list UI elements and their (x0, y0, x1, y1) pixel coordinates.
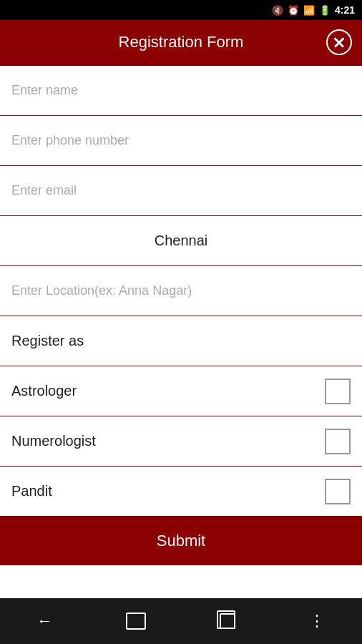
close-button[interactable] (326, 29, 352, 55)
register-as-label: Register as (11, 333, 84, 349)
submit-button[interactable]: Submit (0, 517, 362, 565)
battery-icon: 🔋 (319, 5, 331, 16)
location-input[interactable] (11, 283, 351, 298)
pandit-checkbox[interactable] (325, 479, 351, 504)
page-title: Registration Form (119, 33, 244, 52)
back-button[interactable]: ← (36, 612, 52, 630)
registration-form: Chennai Register as Astrologer Numerolog… (0, 64, 362, 598)
astrologer-row: Astrologer (0, 366, 362, 416)
numerologist-row: Numerologist (0, 416, 362, 467)
phone-input[interactable] (11, 133, 351, 148)
pandit-row: Pandit (0, 467, 362, 517)
location-field-row (0, 266, 362, 316)
city-display-row: Chennai (0, 216, 362, 266)
numerologist-label: Numerologist (11, 433, 325, 449)
more-button[interactable]: ⋮ (309, 612, 326, 630)
signal-icon: 📶 (303, 5, 315, 16)
city-value: Chennai (155, 233, 208, 249)
email-input[interactable] (11, 183, 351, 198)
nav-bar: ← ⋮ (0, 598, 362, 644)
phone-field-row (0, 116, 362, 166)
name-field-row (0, 66, 362, 116)
register-as-row: Register as (0, 316, 362, 366)
status-bar: 🔇 ⏰ 📶 🔋 4:21 (0, 0, 362, 20)
email-field-row (0, 166, 362, 216)
pandit-label: Pandit (11, 483, 325, 499)
submit-label: Submit (157, 532, 205, 550)
status-time: 4:21 (335, 4, 355, 16)
name-input[interactable] (11, 83, 351, 98)
recents-button[interactable] (220, 613, 235, 629)
astrologer-checkbox[interactable] (325, 379, 351, 404)
astrologer-label: Astrologer (11, 383, 325, 399)
home-button[interactable] (126, 613, 146, 630)
numerologist-checkbox[interactable] (325, 429, 351, 454)
app-header: Registration Form (0, 20, 362, 64)
alarm-icon: ⏰ (288, 5, 299, 16)
mute-icon: 🔇 (272, 5, 283, 16)
